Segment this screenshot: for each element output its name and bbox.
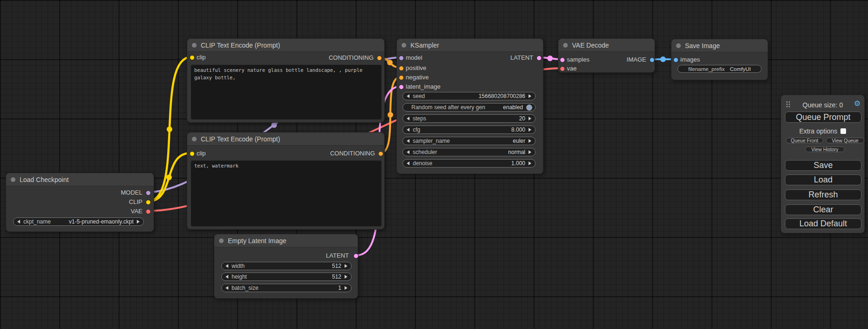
arrow-left-icon[interactable] bbox=[407, 139, 409, 143]
node-clip-text-encode-positive[interactable]: CLIP Text Encode (Prompt) clip CONDITION… bbox=[187, 38, 385, 123]
input-port-images[interactable] bbox=[673, 57, 678, 63]
sampler-name-widget[interactable]: sampler_name euler bbox=[402, 137, 536, 145]
node-clip-text-encode-negative[interactable]: CLIP Text Encode (Prompt) clip CONDITION… bbox=[187, 132, 385, 230]
arrow-right-icon[interactable] bbox=[345, 275, 347, 279]
output-port-model[interactable] bbox=[146, 190, 151, 196]
input-port-model[interactable] bbox=[399, 56, 404, 61]
collapse-dot-icon[interactable] bbox=[192, 137, 197, 141]
arrow-right-icon[interactable] bbox=[529, 117, 531, 120]
load-default-button[interactable]: Load Default bbox=[785, 218, 861, 229]
node-header[interactable]: Empty Latent Image bbox=[214, 234, 358, 247]
input-label-latent-image: latent_image bbox=[406, 84, 440, 90]
collapse-dot-icon[interactable] bbox=[11, 177, 15, 182]
prompt-text-input[interactable]: text, watermark bbox=[191, 161, 381, 226]
prompt-text-input[interactable]: beautiful scenery nature glass bottle la… bbox=[191, 65, 381, 119]
settings-gear-icon[interactable]: ⚙ bbox=[854, 99, 861, 108]
output-label-conditioning: CONDITIONING bbox=[330, 150, 375, 157]
arrow-left-icon[interactable] bbox=[407, 150, 409, 154]
view-queue-button[interactable]: View Queue bbox=[826, 138, 864, 143]
refresh-button[interactable]: Refresh bbox=[785, 189, 861, 200]
extra-options-label: Extra options bbox=[799, 127, 838, 135]
input-port-clip[interactable] bbox=[190, 55, 195, 60]
arrow-left-icon[interactable] bbox=[407, 128, 409, 132]
arrow-right-icon[interactable] bbox=[529, 150, 531, 154]
output-label-latent: LATENT bbox=[326, 252, 349, 259]
width-widget[interactable]: width 512 bbox=[221, 262, 352, 270]
denoise-widget[interactable]: denoise 1.000 bbox=[402, 159, 536, 168]
arrow-left-icon[interactable] bbox=[226, 286, 228, 290]
collapse-dot-icon[interactable] bbox=[402, 43, 406, 48]
widget-value: normal bbox=[508, 149, 525, 155]
input-port-negative[interactable] bbox=[399, 75, 404, 80]
input-port-samples[interactable] bbox=[560, 57, 565, 63]
clear-button[interactable]: Clear bbox=[785, 204, 861, 215]
random-seed-widget[interactable]: Random seed after every gen enabled bbox=[402, 103, 536, 112]
arrow-right-icon[interactable] bbox=[345, 264, 347, 268]
widget-value: 512 bbox=[332, 273, 341, 280]
output-label-vae: VAE bbox=[131, 208, 142, 215]
widget-label: filename_prefix bbox=[688, 66, 725, 72]
arrow-left-icon[interactable] bbox=[226, 264, 228, 268]
input-port-vae[interactable] bbox=[560, 66, 565, 71]
widget-value: enabled bbox=[503, 104, 523, 111]
collapse-dot-icon[interactable] bbox=[192, 43, 197, 48]
arrow-right-icon[interactable] bbox=[529, 139, 531, 143]
node-header[interactable]: Save Image bbox=[671, 39, 768, 52]
collapse-dot-icon[interactable] bbox=[676, 43, 681, 48]
output-port-conditioning[interactable] bbox=[378, 151, 383, 156]
node-header[interactable]: CLIP Text Encode (Prompt) bbox=[187, 39, 384, 52]
arrow-right-icon[interactable] bbox=[137, 220, 140, 224]
extra-options-checkbox[interactable] bbox=[840, 128, 846, 134]
arrow-right-icon[interactable] bbox=[345, 286, 347, 290]
node-title: CLIP Text Encode (Prompt) bbox=[201, 135, 280, 143]
node-save-image[interactable]: Save Image images filename_prefix ComfyU… bbox=[671, 39, 768, 80]
arrow-left-icon[interactable] bbox=[407, 161, 409, 165]
node-vae-decode[interactable]: VAE Decode samples vae IMAGE bbox=[558, 38, 655, 73]
queue-front-button[interactable]: Queue Front bbox=[786, 138, 823, 143]
comfyui-canvas[interactable]: { "colors": { "model_link": "#B39DDB", "… bbox=[0, 0, 868, 329]
batch-size-widget[interactable]: batch_size 1 bbox=[221, 284, 352, 292]
collapse-dot-icon[interactable] bbox=[219, 238, 224, 243]
toggle-enabled-icon[interactable] bbox=[526, 105, 532, 111]
ckpt-name-widget[interactable]: ckpt_name v1-5-pruned-emaonly.ckpt bbox=[13, 217, 144, 226]
steps-widget[interactable]: steps 20 bbox=[402, 114, 536, 123]
cfg-widget[interactable]: cfg 8.000 bbox=[402, 126, 536, 134]
input-label-vae: vae bbox=[567, 65, 577, 72]
arrow-left-icon[interactable] bbox=[17, 220, 20, 224]
node-header[interactable]: CLIP Text Encode (Prompt) bbox=[187, 133, 384, 146]
output-port-image[interactable] bbox=[649, 57, 655, 63]
output-port-conditioning[interactable] bbox=[377, 56, 382, 61]
arrow-right-icon[interactable] bbox=[529, 128, 531, 132]
input-label-images: images bbox=[680, 56, 700, 63]
node-load-checkpoint[interactable]: Load Checkpoint MODEL CLIP VAE ckpt_name… bbox=[6, 173, 154, 232]
output-port-latent[interactable] bbox=[536, 56, 542, 61]
node-header[interactable]: KSampler bbox=[397, 39, 543, 52]
output-port-clip[interactable] bbox=[146, 200, 151, 205]
load-button[interactable]: Load bbox=[785, 175, 861, 185]
queue-prompt-button[interactable]: Queue Prompt bbox=[785, 112, 861, 123]
output-port-vae[interactable] bbox=[146, 209, 151, 214]
arrow-right-icon[interactable] bbox=[529, 94, 531, 98]
extra-options-row: Extra options bbox=[781, 127, 864, 135]
save-button[interactable]: Save bbox=[785, 160, 861, 171]
filename-prefix-widget[interactable]: filename_prefix ComfyUI bbox=[677, 65, 762, 73]
node-empty-latent-image[interactable]: Empty Latent Image LATENT width 512 heig… bbox=[214, 234, 358, 299]
arrow-right-icon[interactable] bbox=[529, 161, 531, 165]
input-port-clip[interactable] bbox=[190, 151, 195, 156]
widget-value: euler bbox=[513, 138, 525, 144]
arrow-left-icon[interactable] bbox=[226, 275, 228, 279]
node-header[interactable]: VAE Decode bbox=[558, 39, 655, 52]
widget-label: scheduler bbox=[413, 149, 437, 155]
scheduler-widget[interactable]: scheduler normal bbox=[402, 148, 536, 156]
input-port-positive[interactable] bbox=[399, 66, 404, 71]
arrow-left-icon[interactable] bbox=[407, 117, 409, 120]
view-history-button[interactable]: View History bbox=[805, 147, 845, 152]
seed-widget[interactable]: seed 156680208700286 bbox=[402, 92, 536, 100]
node-ksampler[interactable]: KSampler model positive negative latent_… bbox=[396, 38, 543, 174]
output-port-latent[interactable] bbox=[353, 253, 359, 259]
node-header[interactable]: Load Checkpoint bbox=[6, 173, 154, 186]
collapse-dot-icon[interactable] bbox=[563, 43, 568, 48]
arrow-left-icon[interactable] bbox=[407, 94, 409, 98]
input-port-latent-image[interactable] bbox=[399, 84, 404, 90]
height-widget[interactable]: height 512 bbox=[221, 273, 352, 281]
